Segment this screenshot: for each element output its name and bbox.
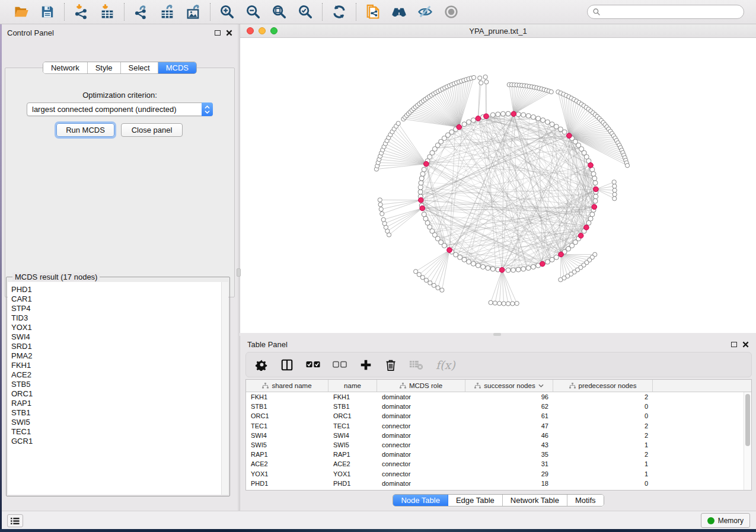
network-node[interactable] [496, 112, 500, 117]
network-node[interactable] [422, 167, 426, 172]
cell-successor-nodes[interactable]: 35 [465, 451, 553, 458]
mcds-result-item[interactable]: TEC1 [11, 427, 221, 437]
network-node[interactable] [478, 76, 482, 80]
network-node[interactable] [516, 112, 521, 117]
network-node[interactable] [493, 301, 497, 305]
network-node[interactable] [502, 302, 506, 306]
cell-MCDS-role[interactable]: dominator [377, 403, 465, 410]
tab-network[interactable]: Network [43, 62, 88, 73]
network-node[interactable] [586, 220, 591, 225]
network-node[interactable] [378, 203, 382, 207]
mcds-result-item[interactable]: ACE2 [11, 370, 221, 380]
network-node[interactable] [481, 264, 486, 269]
network-node[interactable] [490, 113, 495, 117]
cell-MCDS-role[interactable]: connector [377, 460, 465, 467]
table-row[interactable]: ACE2ACE2connector311 [246, 459, 744, 469]
cell-shared-name[interactable]: STB1 [246, 403, 328, 410]
network-node[interactable] [378, 198, 382, 202]
cell-successor-nodes[interactable]: 96 [465, 393, 553, 400]
memory-button[interactable]: Memory [701, 513, 750, 528]
table-row[interactable]: YOX1YOX1connector291 [246, 469, 744, 479]
cell-MCDS-role[interactable]: dominator [377, 451, 465, 458]
import-network-icon[interactable] [72, 3, 90, 21]
float-panel-icon[interactable] [215, 30, 221, 36]
network-node[interactable] [516, 267, 521, 272]
column-header-predecessor-nodes[interactable]: predecessor nodes [553, 380, 653, 392]
network-node[interactable] [545, 120, 550, 124]
window-zoom-icon[interactable] [270, 27, 277, 34]
network-node[interactable] [531, 115, 535, 120]
network-node[interactable] [613, 184, 617, 188]
network-hub-node[interactable] [559, 252, 564, 257]
network-node[interactable] [479, 81, 483, 85]
network-hub-node[interactable] [424, 161, 429, 166]
cell-MCDS-role[interactable]: connector [377, 441, 465, 448]
network-node[interactable] [476, 263, 480, 268]
cell-shared-name[interactable]: FKH1 [246, 393, 328, 400]
mcds-result-item[interactable]: SWI4 [11, 332, 221, 342]
tab-select[interactable]: Select [121, 62, 158, 73]
export-network-icon[interactable] [132, 3, 150, 21]
network-node[interactable] [419, 176, 424, 181]
cell-predecessor-nodes[interactable]: 0 [553, 403, 653, 410]
network-node[interactable] [497, 302, 502, 306]
save-session-icon[interactable] [39, 3, 56, 21]
network-node[interactable] [593, 198, 598, 203]
network-node[interactable] [418, 190, 423, 194]
network-node[interactable] [612, 180, 616, 184]
deselect-all-icon[interactable] [333, 361, 347, 368]
network-node[interactable] [559, 278, 563, 282]
network-node[interactable] [418, 185, 423, 190]
cell-predecessor-nodes[interactable]: 0 [553, 480, 653, 487]
cell-name[interactable]: TEC1 [328, 422, 377, 430]
cell-shared-name[interactable]: RAP1 [246, 451, 328, 458]
cell-name[interactable]: SWI4 [328, 432, 377, 439]
column-header-MCDS-role[interactable]: MCDS role [377, 380, 465, 392]
hide-selected-icon[interactable] [416, 3, 434, 21]
column-header-name[interactable]: name [328, 380, 377, 392]
network-node[interactable] [506, 268, 511, 273]
table-row[interactable]: SWI4SWI4dominator462 [246, 431, 744, 440]
tab-edge-table[interactable]: Edge Table [448, 495, 503, 506]
network-node[interactable] [489, 300, 493, 305]
cell-name[interactable]: SWI5 [328, 441, 377, 448]
mcds-result-item[interactable]: STB1 [11, 408, 221, 418]
network-node[interactable] [471, 118, 476, 123]
network-node[interactable] [545, 259, 550, 264]
cell-shared-name[interactable]: YOX1 [246, 470, 328, 477]
close-panel-icon[interactable] [742, 341, 749, 348]
network-hub-node[interactable] [592, 204, 597, 210]
tab-mcds[interactable]: MCDS [158, 62, 196, 73]
scrollbar-thumb[interactable] [745, 394, 750, 446]
network-node[interactable] [554, 255, 559, 259]
network-node[interactable] [396, 121, 400, 126]
cell-shared-name[interactable]: SWI5 [246, 441, 328, 448]
network-node[interactable] [380, 211, 384, 216]
network-node[interactable] [531, 264, 535, 269]
cell-name[interactable]: STB1 [328, 403, 377, 410]
table-row[interactable]: FKH1FKH1dominator962 [246, 392, 744, 402]
network-hub-node[interactable] [499, 267, 505, 273]
network-hub-node[interactable] [420, 206, 425, 211]
export-image-icon[interactable] [184, 3, 202, 21]
cell-predecessor-nodes[interactable]: 1 [553, 470, 653, 477]
network-hub-node[interactable] [540, 261, 546, 267]
network-node[interactable] [486, 265, 490, 270]
network-node[interactable] [417, 273, 421, 277]
cell-MCDS-role[interactable]: connector [377, 470, 465, 477]
network-hub-node[interactable] [447, 248, 452, 253]
cell-name[interactable]: ACE2 [328, 460, 377, 467]
network-node[interactable] [613, 197, 617, 201]
cell-shared-name[interactable]: ACE2 [246, 460, 328, 467]
mcds-result-item[interactable]: ORC1 [11, 389, 221, 399]
network-node[interactable] [562, 130, 567, 134]
mcds-result-item[interactable]: TID3 [11, 313, 221, 323]
network-node[interactable] [462, 257, 467, 262]
cell-MCDS-role[interactable]: dominator [377, 412, 465, 419]
close-panel-button[interactable]: Close panel [121, 123, 183, 137]
cell-successor-nodes[interactable]: 29 [465, 470, 553, 477]
network-node[interactable] [594, 194, 598, 199]
cell-name[interactable]: RAP1 [328, 451, 377, 458]
network-node[interactable] [436, 286, 440, 290]
network-node[interactable] [458, 255, 462, 259]
